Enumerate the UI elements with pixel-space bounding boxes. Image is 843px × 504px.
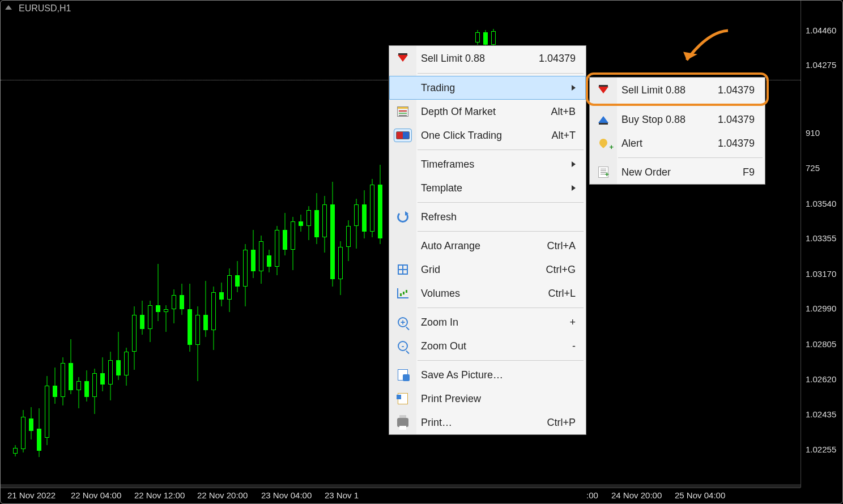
time-tick: 25 Nov 04:00: [675, 490, 725, 500]
menu-label: Print Preview: [421, 393, 576, 405]
print-icon: [394, 416, 412, 429]
menu-shortcut: Ctrl+G: [546, 264, 576, 276]
price-scale[interactable]: 1.044601.042759107251.035401.033551.0317…: [801, 1, 842, 488]
menu-sell-limit[interactable]: Sell Limit 0.88 1.04379: [389, 46, 586, 71]
menu-separator: [389, 200, 586, 205]
menu-one-click-trading[interactable]: One Click Trading Alt+T: [389, 123, 586, 147]
menu-timeframes[interactable]: Timeframes: [389, 152, 586, 176]
menu-label: Template: [421, 182, 558, 194]
menu-separator: [389, 71, 586, 76]
menu-label: Sell Limit 0.88: [621, 84, 697, 96]
menu-label: Zoom In: [421, 317, 549, 328]
submenu-arrow-icon: [572, 185, 576, 191]
zoom-out-icon: -: [394, 339, 412, 353]
print-preview-icon: [394, 392, 412, 405]
menu-value: 1.04379: [718, 84, 755, 96]
menu-label: One Click Trading: [421, 130, 531, 142]
context-menu: Sell Limit 0.88 1.04379 Trading Depth Of…: [389, 45, 586, 435]
menu-label: Timeframes: [421, 159, 558, 170]
submenu-new-order[interactable]: + New Order F9: [590, 160, 765, 184]
price-tick: 1.03355: [806, 233, 836, 243]
menu-depth-of-market[interactable]: Depth Of Market Alt+B: [389, 100, 586, 123]
menu-zoom-out[interactable]: - Zoom Out -: [389, 334, 586, 358]
menu-separator: [590, 155, 765, 160]
menu-label: Print…: [421, 417, 526, 429]
menu-label: Trading: [421, 82, 558, 94]
trading-submenu: Sell Limit 0.88 1.04379 Buy Stop 0.88 1.…: [589, 77, 765, 185]
menu-label: Depth Of Market: [421, 106, 530, 118]
menu-shortcut: Alt+T: [551, 130, 576, 142]
price-tick: 1.02255: [806, 445, 836, 454]
menu-print[interactable]: Print… Ctrl+P: [389, 411, 586, 434]
menu-refresh[interactable]: Refresh: [389, 205, 586, 229]
menu-auactions-democrat[interactable]: Auto Arrange Ctrl+A: [389, 234, 586, 258]
depth-of-market-icon: [394, 105, 412, 118]
price-tick: 1.02620: [806, 374, 836, 384]
submenu-arrow-icon: [572, 85, 576, 91]
menu-shortcut: -: [572, 340, 576, 352]
alert-icon: +: [594, 136, 612, 150]
price-tick: 1.04275: [806, 60, 836, 70]
menu-label: Sell Limit 0.88: [421, 53, 518, 65]
save-picture-icon: [394, 368, 412, 382]
menu-trading[interactable]: Trading: [389, 76, 586, 100]
menu-shortcut: F9: [743, 166, 755, 178]
submenu-arrow-icon: [572, 161, 576, 167]
time-tick: 22 Nov 04:00: [71, 490, 121, 500]
time-scale[interactable]: 21 Nov 202222 Nov 04:0022 Nov 12:0022 No…: [1, 488, 801, 503]
time-tick: :00: [586, 490, 598, 500]
price-tick: 1.02805: [806, 339, 836, 349]
menu-label: Volumes: [421, 288, 527, 300]
one-click-trading-icon: [394, 129, 412, 142]
time-tick: 22 Nov 20:00: [197, 490, 248, 500]
menu-value: 1.04379: [718, 114, 755, 126]
submenu-buy-stop[interactable]: Buy Stop 0.88 1.04379: [590, 108, 765, 131]
menu-label: New Order: [621, 166, 722, 178]
menu-separator: [590, 102, 765, 108]
time-tick: 24 Nov 20:00: [611, 490, 662, 500]
time-tick: 22 Nov 12:00: [134, 490, 185, 500]
menu-volumes[interactable]: Volumes Ctrl+L: [389, 281, 586, 305]
buy-arrow-icon: [594, 113, 612, 126]
menu-value: 1.04379: [539, 53, 576, 65]
sell-arrow-icon: [394, 52, 412, 65]
menu-template[interactable]: Template: [389, 176, 586, 200]
menu-label: Buy Stop 0.88: [621, 114, 697, 126]
submenu-sell-limit[interactable]: Sell Limit 0.88 1.04379: [590, 78, 765, 102]
refresh-icon: [394, 210, 412, 224]
menu-label: Zoom Out: [421, 340, 552, 352]
menu-label: Alert: [621, 138, 697, 150]
arrow-annotation: [674, 27, 736, 78]
time-tick: 23 Nov 1: [325, 490, 359, 500]
menu-shortcut: Alt+B: [551, 106, 576, 118]
menu-print-preview[interactable]: Print Preview: [389, 387, 586, 411]
volumes-icon: [394, 287, 412, 300]
submenu-alert[interactable]: + Alert 1.04379: [590, 131, 765, 155]
menu-zoom-in[interactable]: + Zoom In +: [389, 310, 586, 334]
menu-separator: [389, 305, 586, 310]
menu-label: Auto Arrange: [421, 240, 526, 252]
menu-shortcut: Ctrl+A: [547, 240, 576, 252]
time-tick: 23 Nov 04:00: [261, 490, 312, 500]
menu-separator: [389, 147, 586, 152]
price-tick: 1.02435: [806, 409, 836, 419]
price-tick: 1.03540: [806, 199, 836, 208]
menu-label: Refresh: [421, 211, 576, 223]
price-tick: 1.02990: [806, 304, 836, 313]
menu-separator: [389, 358, 586, 363]
grid-icon: [394, 263, 412, 276]
menu-label: Grid: [421, 264, 525, 276]
zoom-in-icon: +: [394, 315, 412, 329]
menu-grid[interactable]: Grid Ctrl+G: [389, 258, 586, 281]
menu-shortcut: +: [569, 317, 576, 328]
sell-arrow-icon: [594, 83, 612, 97]
new-order-icon: +: [594, 165, 612, 179]
menu-label: Save As Picture…: [421, 369, 576, 381]
time-tick: 21 Nov 2022: [7, 490, 56, 500]
menu-shortcut: Ctrl+P: [547, 417, 576, 429]
menu-save-as-picture[interactable]: Save As Picture…: [389, 363, 586, 387]
price-tick: 725: [806, 163, 820, 173]
price-tick: 1.04460: [806, 25, 836, 35]
price-tick: 1.03170: [806, 269, 836, 279]
menu-separator: [389, 229, 586, 234]
